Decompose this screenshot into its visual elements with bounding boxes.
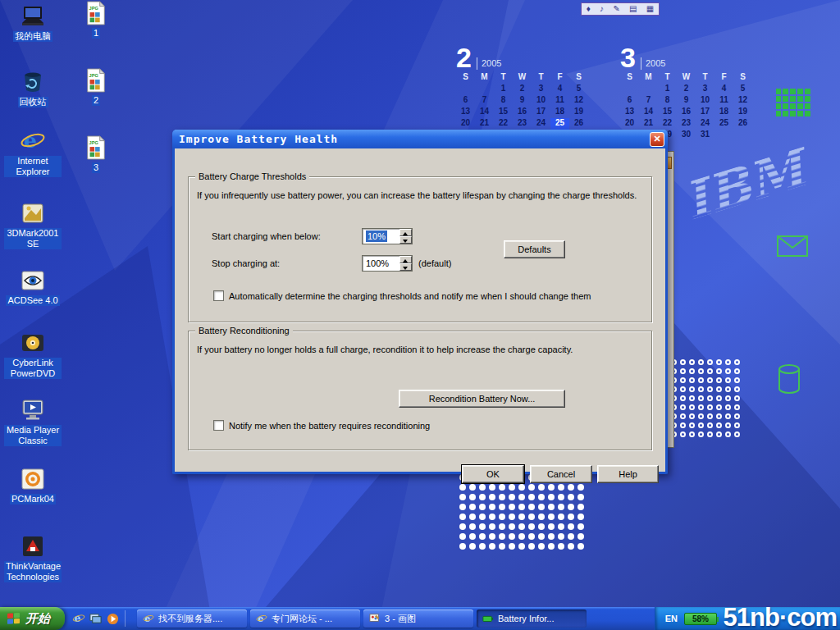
icon-label: PCMark04: [10, 494, 56, 504]
sound-icon[interactable]: ♪: [600, 5, 604, 13]
cancel-button[interactable]: Cancel: [530, 465, 592, 483]
input-method-icon[interactable]: ♦: [587, 5, 591, 13]
calendar-date: 25: [714, 118, 733, 130]
calendar-date: [714, 130, 733, 141]
jpg-file-icon: JPG: [83, 0, 109, 26]
desktop-icon-media-player-classic[interactable]: Media Player Classic: [3, 397, 62, 446]
auto-determine-checkbox-label: Automatically determine the charging thr…: [229, 291, 591, 301]
desktop-icon-3dmark2001[interactable]: 3DMark2001 SE: [3, 200, 62, 249]
quick-launch-ie-icon[interactable]: e: [71, 612, 85, 626]
pen-icon[interactable]: ✎: [613, 5, 619, 13]
desktop-icon-recycle-bin[interactable]: 回收站: [3, 69, 62, 107]
desktop-icon-jpg-2[interactable]: JPG 2: [75, 67, 116, 106]
taskbar-task-paint[interactable]: 3 - 画图: [363, 609, 473, 628]
quick-launch: e: [65, 607, 134, 630]
calendar-date: 13: [456, 107, 475, 118]
watermark-51nb: 51nb·com: [724, 603, 837, 630]
start-threshold-spinner[interactable]: 10%: [362, 228, 413, 244]
start-threshold-value[interactable]: 10%: [366, 231, 387, 242]
calendar-date: 19: [733, 107, 752, 118]
notify-reconditioning-checkbox-label: Notify me when the battery requires reco…: [229, 421, 430, 431]
quick-launch-desktop-icon[interactable]: [89, 612, 103, 626]
desktop-icon-acdsee[interactable]: ACDSee 4.0: [3, 267, 62, 306]
calendar-month-number: 2: [456, 46, 472, 70]
calendar-date: 12: [733, 95, 752, 107]
icon-label: ThinkVantage Technologies: [4, 561, 62, 582]
calendar-date: 23: [513, 118, 532, 130]
my-computer-icon: [20, 3, 46, 30]
calendar-date: 1: [658, 84, 677, 95]
internet-explorer-icon: e: [20, 128, 46, 154]
calendar-date: 19: [569, 107, 588, 118]
dot-pattern-solid: [459, 474, 587, 553]
ime-toolbar[interactable]: ♦ ♪ ✎ ▤ ▦: [581, 2, 660, 16]
calendar-date: 10: [532, 95, 550, 107]
dialog-title: Improve Battery Health: [179, 133, 650, 145]
taskbar-task-server-not-found[interactable]: e 找不到服务器....: [137, 609, 247, 628]
start-charging-label: Start charging when below:: [212, 231, 321, 241]
taskbar: 开始 e e 找不到服务器.... e 专门网论坛 - ...: [0, 607, 840, 630]
calendar-day-header: M: [475, 72, 494, 84]
svg-text:JPG: JPG: [89, 140, 98, 145]
calendar-date: 7: [475, 95, 494, 107]
calendar-date: 3: [532, 84, 550, 95]
calendar-date: 26: [733, 118, 752, 130]
icon-label: 3: [92, 162, 100, 173]
auto-determine-checkbox[interactable]: [213, 290, 224, 301]
battery-reconditioning-group: Battery Reconditioning If your battery n…: [188, 331, 652, 450]
wallpaper-calendar-march: 3 2005 SMTWTFS12345678910111213141516171…: [620, 46, 752, 141]
desktop-icon-pcmark04[interactable]: PCMark04: [3, 466, 62, 504]
stop-threshold-value[interactable]: 100%: [363, 256, 399, 271]
calendar-date: 12: [569, 95, 588, 107]
thinkvantage-icon: [20, 533, 46, 559]
calendar-date: 15: [494, 107, 513, 118]
calendar-date: 4: [550, 84, 569, 95]
notes-icon[interactable]: ▤: [629, 5, 637, 13]
desktop-icon-my-computer[interactable]: 我的电脑: [3, 3, 62, 42]
defaults-button[interactable]: Defaults: [504, 240, 565, 258]
help-button[interactable]: Help: [597, 465, 659, 483]
taskbar-task-battery-information[interactable]: Battery Infor...: [477, 609, 587, 628]
icon-label: 3DMark2001 SE: [4, 228, 62, 249]
start-button[interactable]: 开始: [0, 607, 65, 630]
calendar-date: 9: [677, 95, 696, 107]
acdsee-icon: [20, 267, 46, 294]
dialog-titlebar[interactable]: Improve Battery Health ✕: [172, 130, 668, 148]
icon-label: ACDSee 4.0: [6, 295, 59, 306]
calendar-day-header: F: [714, 72, 733, 84]
calendar-date: 2: [677, 84, 696, 95]
paint-icon: [368, 613, 381, 625]
desktop-icon-thinkvantage[interactable]: ThinkVantage Technologies: [3, 533, 62, 582]
ok-button[interactable]: OK: [462, 465, 524, 483]
spin-up-icon[interactable]: [399, 229, 412, 236]
calendar-date: 6: [620, 95, 639, 107]
desktop-icon-jpg-1[interactable]: JPG 1: [75, 0, 116, 39]
default-note: (default): [418, 258, 451, 268]
calendar-year: 2005: [641, 57, 665, 70]
calendar-date: 1: [494, 84, 513, 95]
notify-reconditioning-checkbox[interactable]: [213, 420, 224, 431]
recondition-battery-button[interactable]: Recondition Battery Now...: [399, 390, 565, 408]
language-indicator[interactable]: EN: [665, 614, 678, 623]
wallpaper-calendar-february: 2 2005 SMTWTFS12345678910111213141516171…: [456, 46, 588, 141]
spin-down-icon[interactable]: [399, 263, 412, 271]
battery-charge-thresholds-group: Battery Charge Thresholds If you infrequ…: [188, 176, 652, 322]
keyboard-icon[interactable]: ▦: [646, 5, 654, 13]
spin-down-icon[interactable]: [399, 236, 412, 244]
desktop-icon-powerdvd[interactable]: CyberLink PowerDVD: [3, 330, 62, 379]
stop-threshold-spinner[interactable]: 100%: [362, 255, 413, 272]
close-icon[interactable]: ✕: [650, 132, 664, 147]
pcmark-icon: [20, 466, 46, 492]
desktop: IBM 2 2005 SMTWTFS1234567891011121314151…: [0, 0, 840, 630]
calendar-date: 8: [494, 95, 513, 107]
desktop-icon-internet-explorer[interactable]: e Internet Explorer: [3, 128, 62, 177]
quick-launch-media-icon[interactable]: [106, 612, 120, 626]
taskbar-task-forum[interactable]: e 专门网论坛 - ...: [250, 609, 360, 628]
calendar-date: [475, 84, 494, 95]
icon-label: 我的电脑: [13, 31, 52, 42]
battery-status-indicator[interactable]: 58%: [684, 613, 717, 625]
calendar-date: 22: [658, 118, 677, 130]
calendar-day-header: S: [620, 72, 639, 84]
desktop-icon-jpg-3[interactable]: JPG 3: [75, 135, 116, 173]
spin-up-icon[interactable]: [399, 256, 412, 263]
